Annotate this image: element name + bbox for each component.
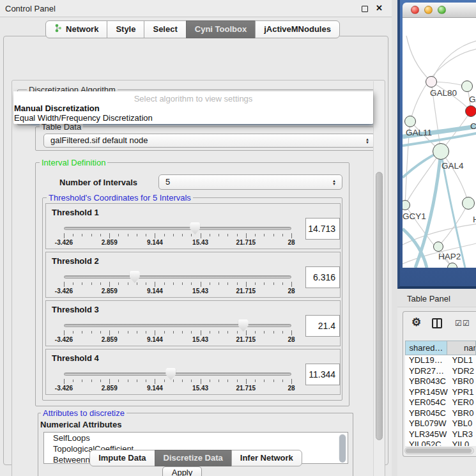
close-traffic-light-icon[interactable] [411, 6, 419, 14]
dropdown-placeholder-item[interactable]: Select algorithm to view settings [13, 94, 373, 104]
cell[interactable]: YER054C [405, 397, 448, 408]
tab-infer-network[interactable]: Infer Network [231, 450, 302, 466]
number-of-intervals-label: Number of Intervals [59, 178, 137, 187]
network-node[interactable] [433, 143, 449, 160]
zoom-traffic-light-icon[interactable] [438, 6, 446, 14]
table-row[interactable]: YDR27…YDR2 [405, 366, 476, 377]
scale-tick-label: 9.144 [147, 239, 163, 246]
table-row[interactable]: YPR145WYPR1 [405, 387, 476, 398]
threshold-value-field[interactable]: 14.713 [305, 218, 340, 240]
scale-tick-label: 15.43 [192, 336, 208, 343]
gear-icon[interactable]: ⚙ [411, 316, 421, 329]
cell[interactable]: YPR1 [448, 387, 476, 398]
slider-ticks [64, 330, 291, 336]
tab-cyni-toolbox[interactable]: Cyni Toolbox [186, 20, 256, 38]
network-node[interactable] [404, 116, 416, 127]
number-of-intervals-combobox[interactable]: 5 ▲▼ [158, 174, 342, 190]
table-row[interactable]: YBR045CYBR0 [405, 408, 476, 419]
cyni-toolbox-pane: Discretization Algorithm ▲▼ Select algor… [3, 36, 388, 465]
threshold-label: Threshold 1 [52, 208, 99, 217]
scale-tick-label: 21.715 [236, 288, 256, 295]
network-node[interactable] [462, 197, 475, 210]
checkbox-icon[interactable]: ☑ [455, 319, 462, 328]
network-node[interactable] [465, 105, 476, 117]
minimize-traffic-light-icon[interactable] [424, 6, 433, 14]
tab-style[interactable]: Style [107, 20, 144, 38]
thresholds-group-title: Threshold's Coordinates for 5 Intervals [47, 193, 193, 203]
column-header-name[interactable]: name [447, 341, 476, 355]
threshold-value-field[interactable]: 11.344 [305, 364, 340, 385]
apply-button[interactable]: Apply [162, 466, 202, 476]
cell[interactable]: YBR0 [448, 408, 476, 419]
scale-tick-label: 15.43 [192, 288, 208, 295]
tab-jactivemnodules[interactable]: jActiveMNodules [255, 20, 340, 38]
cell[interactable]: YBL079W [405, 418, 448, 429]
table-panel: Table Panel ⚙ ☑ ☑ shared… name YDL19…YDL… [397, 289, 476, 476]
cell[interactable]: YLR345W [405, 429, 448, 440]
tab-select[interactable]: Select [144, 20, 186, 38]
table-data-combobox[interactable]: galFiltered.sif default node ▲▼ [43, 134, 376, 148]
table-horizontal-scrollbar[interactable] [404, 447, 474, 454]
slider-scale: -3.426 2.859 9.144 15.43 21.715 28 [64, 239, 291, 247]
interval-definition-group: Interval Definition Number of Intervals … [35, 162, 349, 406]
checkbox-icon[interactable]: ☑ [463, 319, 470, 328]
threshold-slider-track[interactable] [64, 227, 291, 230]
table-toolbar: ⚙ ☑ ☑ [403, 312, 476, 335]
cell[interactable]: YDL1 [448, 355, 476, 366]
network-node[interactable] [426, 76, 437, 88]
network-node[interactable] [433, 242, 443, 252]
threshold-slider-track[interactable] [64, 275, 291, 279]
panel-scrollbar[interactable] [373, 81, 384, 476]
tab-network[interactable]: Network [45, 20, 107, 38]
panel-scrollbar-thumb[interactable] [376, 172, 383, 440]
cell[interactable]: YIL0 [448, 440, 476, 446]
cell[interactable]: YIL052C [405, 440, 448, 446]
scale-tick-label: -3.426 [55, 288, 73, 295]
table-scrollbar-thumb[interactable] [406, 449, 472, 453]
dropdown-option-manual-discretization[interactable]: Manual Discretization [14, 104, 100, 113]
column-layout-icon[interactable] [432, 318, 442, 328]
cell[interactable]: YBR045C [405, 408, 448, 419]
table-row[interactable]: YIL052CYIL0 [405, 440, 476, 446]
scale-tick-label: 21.715 [236, 239, 256, 246]
slider-scale: -3.426 2.859 9.144 15.43 21.715 28 [64, 336, 291, 344]
cell[interactable]: YBR043C [405, 376, 448, 387]
cell[interactable]: YER0 [448, 397, 476, 408]
scale-tick-label: 9.144 [147, 385, 163, 392]
table-row[interactable]: YLR345WYLR3 [405, 429, 476, 440]
tab-label: jActiveMNodules [264, 24, 331, 34]
threshold-value-field[interactable]: 6.316 [305, 266, 340, 288]
threshold-slider-track[interactable] [64, 324, 291, 327]
cell[interactable]: YDR2 [448, 366, 476, 377]
threshold-value-field[interactable]: 21.4 [305, 315, 340, 337]
threshold-2-panel: Threshold 2 -3.426 2.859 9.144 15.43 21.… [45, 252, 341, 298]
node-label: GCY1 [403, 211, 426, 221]
table-row[interactable]: YDL19…YDL1 [405, 355, 476, 366]
network-canvas[interactable]: GAL80GACGAL11GAL4GCY1HHAP2 [403, 18, 476, 268]
cell[interactable]: YBL0 [448, 418, 476, 429]
cell[interactable]: YDL19… [405, 355, 448, 366]
scale-tick-label: 21.715 [236, 385, 256, 392]
cell[interactable]: YBR0 [448, 376, 476, 387]
numerical-attributes-label: Numerical Attributes [40, 420, 121, 429]
threshold-slider-track[interactable] [64, 372, 291, 376]
cell[interactable]: YLR3 [448, 429, 476, 440]
network-node[interactable] [461, 81, 473, 92]
table-row[interactable]: YBR043CYBR0 [405, 376, 476, 387]
cell[interactable]: YDR27… [405, 366, 448, 377]
tab-discretize-data[interactable]: Discretize Data [155, 450, 232, 466]
attributes-group-title: Attributes to discretize [41, 408, 127, 418]
float-window-icon[interactable] [362, 6, 368, 12]
table-row[interactable]: YBL079WYBL0 [405, 418, 476, 429]
close-icon[interactable]: ✕ [376, 3, 383, 13]
slider-ticks [64, 282, 291, 288]
tab-impute-data[interactable]: Impute Data [89, 450, 155, 466]
cell[interactable]: YPR145W [405, 387, 448, 398]
table-row[interactable]: YER054CYER0 [405, 397, 476, 408]
column-header-shared-name[interactable]: shared… [405, 341, 447, 355]
dropdown-option-equal-width-frequency[interactable]: Equal Width/Frequency Discretization [14, 113, 153, 123]
scale-tick-label: 2.859 [102, 288, 118, 295]
table-data-selected-value: galFiltered.sif default node [50, 135, 148, 145]
network-window-titlebar [403, 3, 476, 18]
list-item-selfloops[interactable]: SelfLoops [44, 433, 348, 443]
